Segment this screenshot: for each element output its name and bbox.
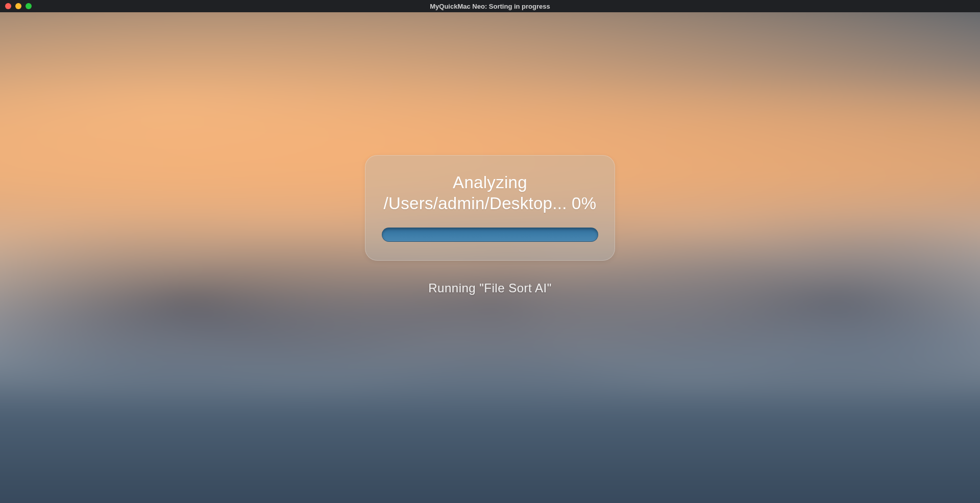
progress-bar — [382, 228, 598, 242]
subtitle-text: Running "File Sort AI" — [428, 281, 551, 295]
window-title: MyQuickMac Neo: Sorting in progress — [430, 3, 550, 10]
dialog-wrapper: Analyzing /Users/admin/Desktop... 0% Run… — [0, 12, 980, 503]
status-heading: Analyzing — [382, 172, 598, 193]
traffic-lights — [5, 3, 32, 9]
minimize-icon[interactable] — [15, 3, 21, 9]
progress-dialog: Analyzing /Users/admin/Desktop... 0% — [365, 155, 615, 261]
app-window: MyQuickMac Neo: Sorting in progress Anal… — [0, 0, 980, 503]
content-area: Analyzing /Users/admin/Desktop... 0% Run… — [0, 12, 980, 503]
status-path: /Users/admin/Desktop... 0% — [382, 193, 598, 214]
titlebar: MyQuickMac Neo: Sorting in progress — [0, 0, 980, 12]
maximize-icon[interactable] — [26, 3, 32, 9]
close-icon[interactable] — [5, 3, 11, 9]
